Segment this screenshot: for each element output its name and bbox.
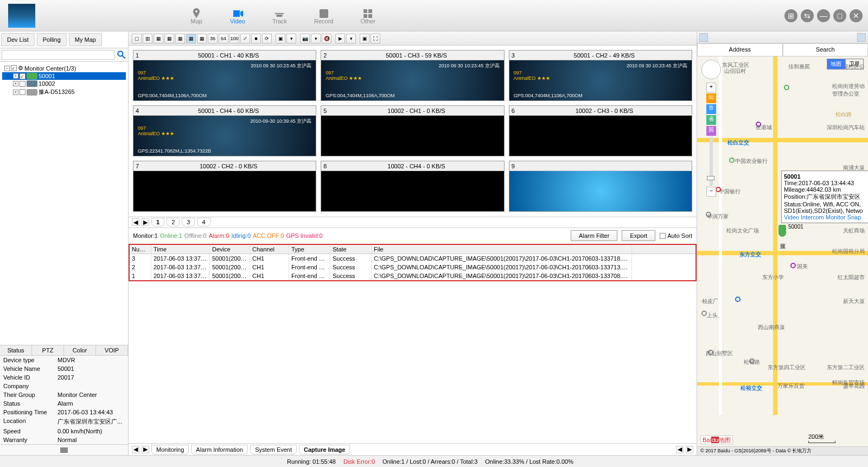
stream-dropdown-icon[interactable]: ▾ [286, 34, 296, 43]
video-cell-3[interactable]: 350001 - CH2 - 49 KB/S2010 09 30 10:23:4… [509, 50, 692, 101]
video-stream[interactable] [509, 116, 692, 156]
tab-voip[interactable]: VOIP [96, 345, 128, 355]
video-stream[interactable] [321, 171, 503, 211]
map-type-satellite[interactable]: 卫星 [845, 59, 864, 70]
tab-address[interactable]: Address [697, 43, 783, 56]
expand-icon[interactable]: + [13, 90, 18, 95]
tab-other[interactable]: Other [361, 7, 376, 24]
video-cell-2[interactable]: 250001 - CH3 - 59 KB/S2010 09 30 10:23:4… [321, 50, 504, 101]
expand-icon[interactable]: ⛶ [371, 34, 380, 43]
btab-prev-icon[interactable]: ◀ [132, 446, 139, 453]
page-2[interactable]: 2 [167, 218, 180, 226]
tab-video[interactable]: Video [230, 7, 245, 24]
zoom-in-button[interactable]: + [706, 83, 716, 92]
layout-16-icon[interactable]: ▦ [197, 34, 207, 43]
record-icon[interactable]: ▣ [360, 34, 369, 43]
col-channel[interactable]: Channel [250, 245, 289, 254]
tab-dev-list[interactable]: Dev List [1, 33, 35, 46]
stop-all-icon[interactable]: ■ [251, 34, 261, 43]
tree-root[interactable]: − ⚙ Monitor Center(1/3) [2, 64, 126, 72]
alarm-filter-button[interactable]: Alarm Filter [571, 230, 617, 241]
search-icon[interactable] [117, 50, 126, 60]
tab-status[interactable]: Status [0, 345, 32, 355]
tab-color[interactable]: Color [64, 345, 96, 355]
btab-alarm[interactable]: Alarm Information [191, 445, 248, 455]
layout-9-icon[interactable]: ▦ [186, 34, 196, 43]
collapse-down-icon[interactable] [60, 447, 68, 453]
maximize-button[interactable]: □ [833, 9, 846, 22]
fullscreen-icon[interactable]: ⤢ [240, 34, 250, 43]
play-dropdown-icon[interactable]: ▾ [346, 34, 356, 43]
video-stream[interactable]: 2010 09 30 10:23:45 京沪高 097AnimalEO ★★★ … [509, 60, 692, 100]
col-type[interactable]: Type [289, 245, 330, 254]
btab-capture-image[interactable]: Capture Image [299, 445, 350, 455]
video-stream[interactable]: 2010 09 30 10:23:45 京沪高 097AnimalEO ★★★ … [321, 60, 503, 100]
close-button[interactable]: ✕ [850, 9, 863, 22]
layout-1-icon[interactable]: ▢ [132, 34, 142, 43]
col-file[interactable]: File [372, 245, 632, 254]
table-row[interactable]: 22017-06-03 13:37:1350001(20017)CH1Front… [130, 263, 695, 272]
reconnect-icon[interactable]: ⟳ [262, 34, 272, 43]
page-prev-icon[interactable]: ◀ [132, 218, 139, 226]
sync-button[interactable]: ⇆ [801, 9, 814, 22]
stream-main-icon[interactable]: ▣ [276, 34, 285, 43]
play-icon[interactable]: ▶ [335, 34, 345, 43]
page-next-icon[interactable]: ▶ [142, 218, 149, 226]
video-cell-1[interactable]: 150001 - CH1 - 40 KB/S2010 09 30 10:23:4… [133, 50, 316, 101]
btab-system-event[interactable]: System Event [250, 445, 297, 455]
video-stream[interactable] [133, 171, 316, 211]
zoom-slider[interactable] [710, 137, 713, 186]
checkbox[interactable] [20, 73, 25, 79]
checkbox[interactable] [20, 81, 25, 87]
video-cell-6[interactable]: 610002 - CH3 - 0 KB/S [509, 105, 692, 156]
tab-map[interactable]: Map [190, 7, 203, 24]
map[interactable]: 东风工业区 山侣旧村 佳和雅苑 松岗红花社区公 松岗街道劳动管理办公室 松白路 … [697, 56, 868, 446]
video-cell-7[interactable]: 710002 - CH2 - 0 KB/S [133, 161, 316, 212]
layout-6-icon[interactable]: ▦ [164, 34, 174, 43]
checkbox[interactable] [20, 89, 25, 95]
tree-device-10002[interactable]: +10002 [2, 80, 126, 87]
video-stream[interactable] [509, 171, 692, 211]
map-pan-control[interactable] [701, 60, 721, 79]
collapse-icon[interactable]: − [4, 66, 10, 71]
table-row[interactable]: 32017-06-03 13:37:1850001(20017)CH1Front… [130, 254, 695, 263]
zoom-handle[interactable] [707, 176, 714, 180]
btab-monitoring[interactable]: Monitoring [151, 445, 189, 455]
btab-next-icon[interactable]: ▶ [142, 446, 149, 453]
device-search-input[interactable] [2, 50, 115, 60]
layout-100-icon[interactable]: 100 [229, 34, 239, 43]
layout-36-icon[interactable]: 36 [208, 34, 218, 43]
auto-sort-checkbox[interactable] [660, 233, 666, 239]
mute-icon[interactable]: 🔇 [322, 34, 331, 43]
export-button[interactable]: Export [622, 230, 655, 241]
snapshot-icon[interactable]: 📷 [300, 34, 310, 43]
col-number[interactable]: Number [130, 245, 151, 254]
map-layer-city-icon[interactable]: 市 [706, 104, 716, 114]
expand-icon[interactable]: + [13, 81, 18, 86]
map-type-map[interactable]: 地图 [827, 59, 845, 70]
btab-scroll-right-icon[interactable]: ▶ [686, 446, 693, 453]
layout-2-icon[interactable]: ▥ [143, 34, 152, 43]
layout-8-icon[interactable]: ▦ [175, 34, 185, 43]
map-layer-province-icon[interactable]: 省 [706, 115, 716, 125]
page-4[interactable]: 4 [197, 218, 210, 226]
tab-track[interactable]: Track [272, 7, 287, 24]
video-stream[interactable] [321, 116, 503, 156]
expand-icon[interactable]: + [13, 73, 18, 79]
minimize-button[interactable]: — [817, 9, 830, 22]
grid-button[interactable]: ⊞ [784, 9, 797, 22]
video-cell-5[interactable]: 510002 - CH1 - 0 KB/S [321, 105, 504, 156]
checkbox[interactable] [11, 65, 17, 71]
auto-sort-label[interactable]: Auto Sort [660, 232, 692, 239]
page-1[interactable]: 1 [151, 218, 164, 226]
col-time[interactable]: Time [151, 245, 210, 254]
table-row[interactable]: 12017-06-03 13:37:0850001(20017)CH1Front… [130, 272, 695, 280]
video-cell-8[interactable]: 810002 - CH4 - 0 KB/S [321, 161, 504, 212]
video-cell-4[interactable]: 450001 - CH4 - 60 KB/S2010-09-30 10:39:4… [133, 105, 316, 156]
tree-device-50001[interactable]: +50001 [2, 72, 126, 80]
snapshot-dropdown-icon[interactable]: ▾ [311, 34, 321, 43]
map-layer-country-icon[interactable]: 国 [706, 126, 716, 136]
bubble-links[interactable]: Video Intercom Monitor Snap [784, 214, 861, 220]
panel-collapse-icon[interactable] [699, 33, 708, 42]
tab-my-map[interactable]: My Map [69, 33, 102, 46]
